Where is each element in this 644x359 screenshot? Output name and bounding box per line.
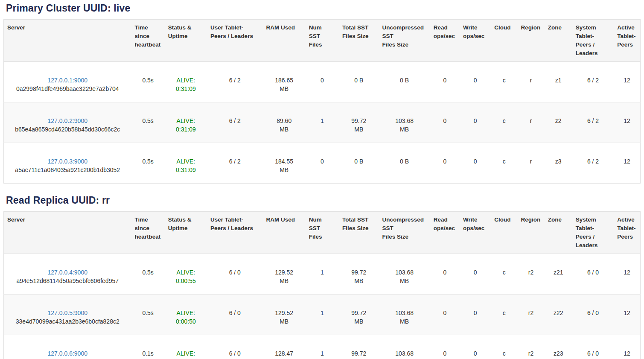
cell-total_sst: 99.72 MB: [339, 102, 379, 143]
cell-value: 1: [321, 117, 324, 124]
cell-status: ALIVE: 0:31:09: [165, 143, 207, 184]
cell-value: r: [530, 117, 532, 124]
status-text: ALIVE: 0:00:47: [176, 350, 196, 359]
server-link[interactable]: 127.0.0.1:9000: [48, 77, 87, 84]
col-header-uncompressed_sst: Uncompressed SST Files Size: [379, 20, 430, 62]
cell-cloud: c: [491, 102, 517, 143]
server-link[interactable]: 127.0.0.5:9000: [48, 309, 87, 316]
col-header-status: Status & Uptime: [165, 20, 207, 62]
primary-cluster-section: Primary Cluster UUID: live ServerTime si…: [3, 3, 641, 184]
cell-heartbeat: 0.5s: [131, 295, 165, 335]
cell-value: 1: [321, 309, 324, 316]
server-link[interactable]: 127.0.0.3:9000: [48, 158, 87, 165]
table-header: ServerTime since heartbeatStatus & Uptim…: [4, 20, 641, 62]
cell-region: r2: [517, 295, 544, 335]
server-uuid: b65e4a8659cd4620b58b45dd30c66c2c: [7, 125, 128, 134]
cell-region: r2: [517, 335, 544, 359]
primary-cluster-title: Primary Cluster UUID: live: [6, 3, 641, 14]
server-link[interactable]: 127.0.0.6:9000: [48, 350, 87, 357]
cell-active_tablets: 12: [614, 62, 640, 102]
server-link[interactable]: 127.0.0.2:9000: [48, 117, 87, 124]
cell-value: 6 / 0: [229, 350, 241, 357]
cell-uncompressed_sst: 103.68 MB: [379, 295, 430, 335]
cell-value: 103.68 MB: [395, 117, 414, 133]
cell-value: r: [530, 77, 532, 84]
cell-status: ALIVE: 0:31:09: [165, 102, 207, 143]
cell-server: 127.0.0.5:900033e4d70099ac431aa2b3e6b0cf…: [4, 295, 131, 335]
cell-value: 6 / 0: [229, 269, 241, 276]
cell-ram: 89.60 MB: [263, 102, 306, 143]
cell-heartbeat: 0.5s: [131, 102, 165, 143]
cell-read_ops: 0: [430, 102, 460, 143]
cell-user_tablets: 6 / 0: [207, 254, 262, 295]
col-header-num_sst: Num SST Files: [306, 212, 339, 254]
col-header-num_sst: Num SST Files: [306, 20, 339, 62]
cell-value: 6 / 2: [587, 117, 599, 124]
cell-value: 99.72 MB: [351, 309, 366, 325]
server-uuid: a94e512d68114d50a95ebfc606fed957: [7, 277, 128, 285]
cell-value: 0: [443, 158, 446, 165]
col-header-zone: Zone: [545, 212, 572, 254]
cell-value: 6 / 2: [587, 77, 599, 84]
cell-value: z1: [555, 77, 562, 84]
cell-value: 12: [624, 158, 630, 165]
cell-server: 127.0.0.2:9000b65e4a8659cd4620b58b45dd30…: [4, 102, 131, 143]
cell-user_tablets: 6 / 0: [207, 295, 262, 335]
cell-value: 12: [624, 77, 630, 84]
cell-value: z21: [554, 269, 563, 276]
cell-value: 89.60 MB: [277, 117, 291, 133]
cell-value: 0: [443, 117, 446, 124]
cell-value: 0: [474, 158, 477, 165]
cell-value: 6 / 2: [229, 158, 241, 165]
cell-value: 12: [624, 117, 630, 124]
cell-value: 12: [624, 309, 630, 316]
status-text: ALIVE: 0:31:09: [176, 77, 196, 92]
cell-zone: z1: [545, 62, 572, 102]
cell-cloud: c: [491, 335, 517, 359]
cell-heartbeat: 0.5s: [131, 62, 165, 102]
table-row: 127.0.0.3:9000a5ac711c1a084035a921c200b1…: [4, 143, 641, 184]
col-header-read_ops: Read ops/sec: [430, 212, 460, 254]
cell-uncompressed_sst: 0 B: [379, 62, 430, 102]
cell-ram: 186.65 MB: [263, 62, 306, 102]
cell-uncompressed_sst: 103.68 MB: [379, 254, 430, 295]
cell-value: 103.68 MB: [395, 350, 414, 359]
cell-cloud: c: [491, 143, 517, 184]
tablet-servers-page: Primary Cluster UUID: live ServerTime si…: [0, 0, 644, 359]
cell-ram: 129.52 MB: [263, 295, 306, 335]
cell-value: c: [503, 309, 506, 316]
cell-cloud: c: [491, 62, 517, 102]
cell-value: c: [503, 350, 506, 357]
cell-total_sst: 0 B: [339, 62, 379, 102]
cell-status: ALIVE: 0:00:50: [165, 295, 207, 335]
cell-heartbeat: 0.5s: [131, 143, 165, 184]
cell-value: 0.5s: [142, 117, 153, 124]
read-replica-title: Read Replica UUID: rr: [6, 195, 641, 206]
cell-value: 0: [443, 77, 446, 84]
cell-value: 6 / 2: [229, 77, 241, 84]
cell-value: 0 B: [400, 77, 409, 84]
cell-value: 0: [474, 269, 477, 276]
cell-value: 0.5s: [142, 309, 153, 316]
cell-value: z3: [555, 158, 562, 165]
col-header-zone: Zone: [545, 20, 572, 62]
cell-value: 0.5s: [142, 269, 153, 276]
cell-value: 12: [624, 350, 630, 357]
cell-server: 127.0.0.6:9000da75b0623f994b4cb15d472364…: [4, 335, 131, 359]
server-uuid: a5ac711c1a084035a921c200b1db3052: [7, 166, 128, 174]
cell-value: c: [503, 77, 506, 84]
cell-status: ALIVE: 0:00:47: [165, 335, 207, 359]
cell-system_tablets: 6 / 0: [572, 254, 614, 295]
cell-value: 1: [321, 269, 324, 276]
cell-num_sst: 0: [306, 62, 339, 102]
primary-cluster-table: ServerTime since heartbeatStatus & Uptim…: [3, 19, 641, 184]
cell-cloud: c: [491, 254, 517, 295]
server-link[interactable]: 127.0.0.4:9000: [48, 269, 87, 276]
cell-zone: z3: [545, 143, 572, 184]
status-text: ALIVE: 0:00:55: [176, 269, 196, 284]
col-header-active_tablets: Active Tablet- Peers: [614, 212, 640, 254]
cell-value: 0 B: [354, 158, 363, 165]
table-row: 127.0.0.2:9000b65e4a8659cd4620b58b45dd30…: [4, 102, 641, 143]
cell-ram: 128.47 MB: [263, 335, 306, 359]
cell-cloud: c: [491, 295, 517, 335]
